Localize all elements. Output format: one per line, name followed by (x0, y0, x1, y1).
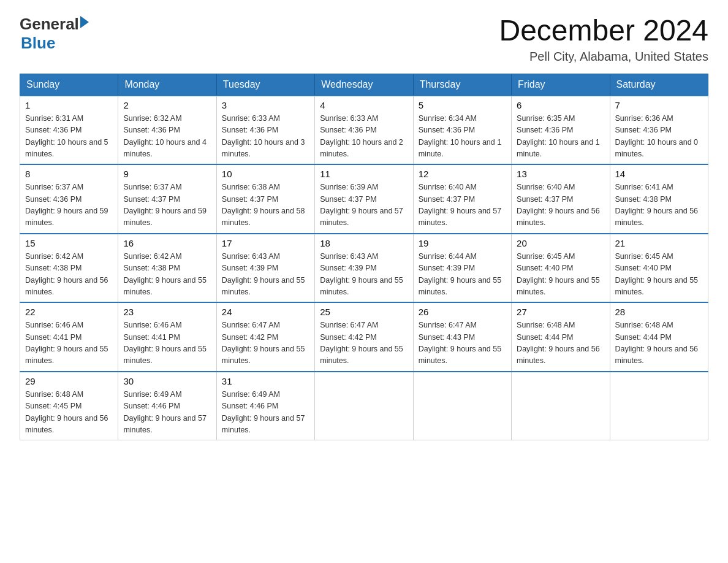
day-number: 27 (517, 307, 604, 317)
day-info: Sunrise: 6:39 AMSunset: 4:37 PMDaylight:… (320, 182, 408, 229)
day-info: Sunrise: 6:44 AMSunset: 4:39 PMDaylight:… (419, 251, 506, 299)
week-row-5: 29Sunrise: 6:48 AMSunset: 4:45 PMDayligh… (20, 372, 708, 440)
logo: General Blue (20, 15, 89, 53)
day-number: 7 (615, 100, 703, 110)
day-number: 25 (320, 307, 408, 317)
day-cell-4: 4Sunrise: 6:33 AMSunset: 4:36 PMDaylight… (315, 96, 413, 165)
day-cell-23: 23Sunrise: 6:46 AMSunset: 4:41 PMDayligh… (118, 302, 216, 372)
day-cell-17: 17Sunrise: 6:43 AMSunset: 4:39 PMDayligh… (216, 234, 314, 303)
day-info: Sunrise: 6:47 AMSunset: 4:42 PMDaylight:… (320, 320, 408, 367)
empty-cell (413, 372, 511, 440)
day-cell-16: 16Sunrise: 6:42 AMSunset: 4:38 PMDayligh… (118, 234, 216, 303)
day-number: 10 (222, 169, 309, 179)
day-info: Sunrise: 6:48 AMSunset: 4:44 PMDaylight:… (517, 320, 604, 367)
day-info: Sunrise: 6:38 AMSunset: 4:37 PMDaylight:… (222, 182, 309, 229)
day-number: 31 (222, 376, 309, 386)
empty-cell (610, 372, 708, 440)
day-cell-30: 30Sunrise: 6:49 AMSunset: 4:46 PMDayligh… (118, 372, 216, 440)
day-info: Sunrise: 6:49 AMSunset: 4:46 PMDaylight:… (222, 389, 309, 437)
day-info: Sunrise: 6:45 AMSunset: 4:40 PMDaylight:… (615, 251, 703, 299)
day-info: Sunrise: 6:40 AMSunset: 4:37 PMDaylight:… (517, 182, 604, 229)
weekday-header-thursday: Thursday (413, 74, 511, 96)
logo-arrow-icon (80, 16, 89, 28)
day-info: Sunrise: 6:45 AMSunset: 4:40 PMDaylight:… (517, 251, 604, 299)
day-cell-5: 5Sunrise: 6:34 AMSunset: 4:36 PMDaylight… (413, 96, 511, 165)
day-number: 30 (123, 376, 211, 386)
day-info: Sunrise: 6:48 AMSunset: 4:45 PMDaylight:… (25, 389, 113, 437)
day-cell-26: 26Sunrise: 6:47 AMSunset: 4:43 PMDayligh… (413, 302, 511, 372)
empty-cell (512, 372, 610, 440)
day-info: Sunrise: 6:34 AMSunset: 4:36 PMDaylight:… (419, 113, 506, 161)
day-info: Sunrise: 6:37 AMSunset: 4:36 PMDaylight:… (25, 182, 113, 229)
day-info: Sunrise: 6:33 AMSunset: 4:36 PMDaylight:… (222, 113, 309, 161)
day-number: 22 (25, 307, 113, 317)
day-info: Sunrise: 6:31 AMSunset: 4:36 PMDaylight:… (25, 113, 113, 161)
day-info: Sunrise: 6:48 AMSunset: 4:44 PMDaylight:… (615, 320, 703, 367)
day-info: Sunrise: 6:43 AMSunset: 4:39 PMDaylight:… (320, 251, 408, 299)
day-cell-15: 15Sunrise: 6:42 AMSunset: 4:38 PMDayligh… (20, 234, 118, 303)
day-number: 3 (222, 100, 309, 110)
day-info: Sunrise: 6:40 AMSunset: 4:37 PMDaylight:… (419, 182, 506, 229)
weekday-header-sunday: Sunday (20, 74, 118, 96)
day-cell-1: 1Sunrise: 6:31 AMSunset: 4:36 PMDaylight… (20, 96, 118, 165)
day-number: 4 (320, 100, 408, 110)
day-cell-3: 3Sunrise: 6:33 AMSunset: 4:36 PMDaylight… (216, 96, 314, 165)
day-number: 26 (419, 307, 506, 317)
weekday-header-saturday: Saturday (610, 74, 708, 96)
empty-cell (315, 372, 413, 440)
day-info: Sunrise: 6:37 AMSunset: 4:37 PMDaylight:… (123, 182, 211, 229)
day-info: Sunrise: 6:47 AMSunset: 4:42 PMDaylight:… (222, 320, 309, 367)
day-info: Sunrise: 6:49 AMSunset: 4:46 PMDaylight:… (123, 389, 211, 437)
day-number: 21 (615, 238, 703, 248)
day-cell-19: 19Sunrise: 6:44 AMSunset: 4:39 PMDayligh… (413, 234, 511, 303)
week-row-3: 15Sunrise: 6:42 AMSunset: 4:38 PMDayligh… (20, 234, 708, 303)
day-number: 14 (615, 169, 703, 179)
day-cell-11: 11Sunrise: 6:39 AMSunset: 4:37 PMDayligh… (315, 164, 413, 234)
day-number: 29 (25, 376, 113, 386)
day-number: 11 (320, 169, 408, 179)
day-number: 15 (25, 238, 113, 248)
day-number: 13 (517, 169, 604, 179)
day-number: 23 (123, 307, 211, 317)
day-info: Sunrise: 6:46 AMSunset: 4:41 PMDaylight:… (25, 320, 113, 367)
day-cell-18: 18Sunrise: 6:43 AMSunset: 4:39 PMDayligh… (315, 234, 413, 303)
day-number: 16 (123, 238, 211, 248)
day-info: Sunrise: 6:41 AMSunset: 4:38 PMDaylight:… (615, 182, 703, 229)
day-info: Sunrise: 6:36 AMSunset: 4:36 PMDaylight:… (615, 113, 703, 161)
day-cell-9: 9Sunrise: 6:37 AMSunset: 4:37 PMDaylight… (118, 164, 216, 234)
day-number: 6 (517, 100, 604, 110)
day-info: Sunrise: 6:42 AMSunset: 4:38 PMDaylight:… (25, 251, 113, 299)
day-number: 19 (419, 238, 506, 248)
title-section: December 2024 Pell City, Alabama, United… (499, 15, 708, 64)
day-info: Sunrise: 6:46 AMSunset: 4:41 PMDaylight:… (123, 320, 211, 367)
day-cell-27: 27Sunrise: 6:48 AMSunset: 4:44 PMDayligh… (512, 302, 610, 372)
logo-blue-text: Blue (21, 34, 89, 53)
day-cell-6: 6Sunrise: 6:35 AMSunset: 4:36 PMDaylight… (512, 96, 610, 165)
month-title: December 2024 (499, 15, 708, 47)
day-cell-20: 20Sunrise: 6:45 AMSunset: 4:40 PMDayligh… (512, 234, 610, 303)
day-info: Sunrise: 6:43 AMSunset: 4:39 PMDaylight:… (222, 251, 309, 299)
day-number: 17 (222, 238, 309, 248)
day-cell-14: 14Sunrise: 6:41 AMSunset: 4:38 PMDayligh… (610, 164, 708, 234)
day-info: Sunrise: 6:35 AMSunset: 4:36 PMDaylight:… (517, 113, 604, 161)
day-cell-8: 8Sunrise: 6:37 AMSunset: 4:36 PMDaylight… (20, 164, 118, 234)
day-number: 12 (419, 169, 506, 179)
day-number: 28 (615, 307, 703, 317)
day-cell-22: 22Sunrise: 6:46 AMSunset: 4:41 PMDayligh… (20, 302, 118, 372)
day-cell-10: 10Sunrise: 6:38 AMSunset: 4:37 PMDayligh… (216, 164, 314, 234)
day-info: Sunrise: 6:33 AMSunset: 4:36 PMDaylight:… (320, 113, 408, 161)
week-row-1: 1Sunrise: 6:31 AMSunset: 4:36 PMDaylight… (20, 96, 708, 165)
day-info: Sunrise: 6:47 AMSunset: 4:43 PMDaylight:… (419, 320, 506, 367)
day-number: 20 (517, 238, 604, 248)
week-row-4: 22Sunrise: 6:46 AMSunset: 4:41 PMDayligh… (20, 302, 708, 372)
day-info: Sunrise: 6:32 AMSunset: 4:36 PMDaylight:… (123, 113, 211, 161)
day-cell-25: 25Sunrise: 6:47 AMSunset: 4:42 PMDayligh… (315, 302, 413, 372)
day-number: 18 (320, 238, 408, 248)
weekday-header-monday: Monday (118, 74, 216, 96)
day-number: 8 (25, 169, 113, 179)
day-cell-28: 28Sunrise: 6:48 AMSunset: 4:44 PMDayligh… (610, 302, 708, 372)
day-cell-29: 29Sunrise: 6:48 AMSunset: 4:45 PMDayligh… (20, 372, 118, 440)
day-cell-21: 21Sunrise: 6:45 AMSunset: 4:40 PMDayligh… (610, 234, 708, 303)
day-number: 1 (25, 100, 113, 110)
weekday-header-tuesday: Tuesday (216, 74, 314, 96)
